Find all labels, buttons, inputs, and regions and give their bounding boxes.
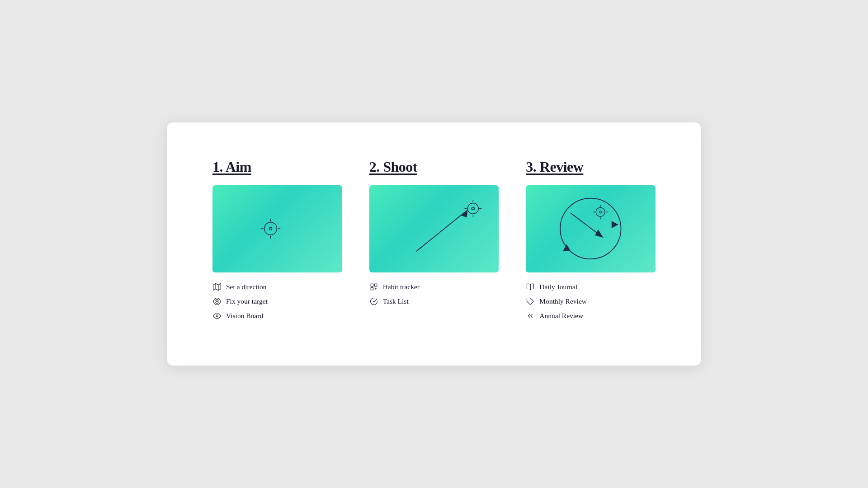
book-open-icon — [526, 282, 535, 291]
review-title: 3. Review — [526, 159, 656, 175]
svg-point-1 — [269, 227, 272, 230]
target-icon — [212, 297, 222, 306]
svg-line-13 — [416, 210, 467, 251]
svg-point-12 — [216, 315, 218, 317]
aim-title: 1. Aim — [212, 159, 342, 175]
review-item-monthly: Monthly Review — [526, 297, 656, 306]
svg-point-15 — [467, 203, 478, 214]
svg-point-32 — [599, 211, 602, 213]
svg-marker-29 — [563, 244, 571, 252]
main-card: 1. Aim — [167, 122, 701, 366]
aim-item-direction: Set a direction — [212, 282, 342, 291]
svg-rect-21 — [371, 284, 373, 286]
svg-point-9 — [214, 298, 221, 305]
tag-icon — [526, 297, 535, 306]
map-icon — [212, 282, 222, 291]
column-shoot: 2. Shoot — [369, 159, 499, 306]
review-image — [526, 185, 656, 272]
review-item-journal: Daily Journal — [526, 282, 656, 291]
shoot-item-task: Task List — [369, 297, 499, 306]
svg-rect-23 — [371, 287, 373, 290]
chevrons-left-icon — [526, 311, 535, 320]
shoot-title: 2. Shoot — [369, 159, 499, 175]
review-item-annual: Annual Review — [526, 311, 656, 320]
grid-plus-icon — [369, 282, 378, 291]
aim-items-list: Set a direction Fix your target Vision B… — [212, 282, 342, 320]
aim-image — [212, 185, 342, 272]
svg-marker-28 — [595, 230, 604, 238]
column-review: 3. Review — [526, 159, 656, 320]
svg-marker-6 — [213, 283, 221, 290]
columns-container: 1. Aim — [212, 159, 656, 320]
shoot-item-habit: Habit tracker — [369, 282, 499, 291]
svg-point-16 — [472, 207, 474, 210]
shoot-items-list: Habit tracker Task List — [369, 282, 499, 306]
svg-rect-22 — [374, 284, 377, 286]
svg-point-10 — [215, 299, 219, 303]
aim-item-vision: Vision Board — [212, 311, 342, 320]
shoot-image — [369, 185, 499, 272]
review-items-list: Daily Journal Monthly Review Annual Revi… — [526, 282, 656, 320]
column-aim: 1. Aim — [212, 159, 342, 320]
check-circle-icon — [369, 297, 378, 306]
svg-point-11 — [217, 300, 218, 302]
svg-point-31 — [596, 208, 605, 217]
svg-point-0 — [264, 222, 277, 235]
eye-icon — [212, 311, 222, 320]
aim-item-target: Fix your target — [212, 297, 342, 306]
svg-marker-30 — [612, 221, 618, 228]
